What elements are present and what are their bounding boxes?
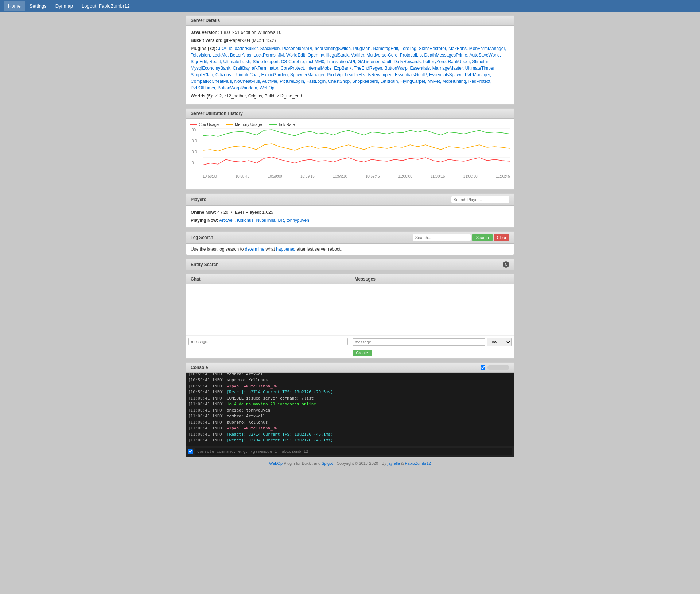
legend-cpu-color bbox=[190, 124, 197, 125]
ever-played-label: Ever Played: bbox=[235, 210, 261, 215]
chat-input-area bbox=[186, 335, 350, 347]
log-search-body: Use the latest log search to determine w… bbox=[186, 244, 514, 255]
console-toggle[interactable] bbox=[487, 365, 509, 370]
legend-tick-color bbox=[269, 124, 277, 125]
chart-svg bbox=[203, 128, 510, 172]
players-header: Players bbox=[186, 194, 514, 206]
search-player-input[interactable] bbox=[451, 196, 509, 203]
players-title: Players bbox=[191, 197, 206, 202]
messages-title: Messages bbox=[355, 277, 376, 282]
utilization-title: Server Utilization History bbox=[191, 111, 243, 116]
legend-cpu-label: Cpu Usage bbox=[199, 122, 219, 127]
x-label-6: 11:00:00 bbox=[398, 174, 412, 178]
entity-refresh-button[interactable]: ↻ bbox=[503, 261, 509, 268]
y-label-2: 0.0 bbox=[192, 139, 197, 143]
players-info: Online Now: 4 / 20 • Ever Played: 1,625 … bbox=[186, 206, 514, 227]
nav-settings[interactable]: Settings bbox=[25, 1, 51, 11]
log-search-panel: Log Search Search Clear Use the latest l… bbox=[186, 231, 514, 255]
chat-content bbox=[186, 284, 350, 335]
server-details-header: Server Details bbox=[186, 16, 514, 26]
plugins-label: Plugins (72): bbox=[191, 46, 217, 51]
server-details-title: Server Details bbox=[191, 18, 220, 23]
worlds-label: Worlds (5): bbox=[191, 93, 213, 99]
messages-input-area: Low Medium High bbox=[350, 335, 514, 348]
footer-spigot-link[interactable]: Spigot bbox=[322, 461, 333, 466]
navbar: Home Settings Dynmap Logout, FabioZumbr1… bbox=[0, 0, 700, 12]
messages-body bbox=[350, 284, 514, 335]
entity-search-panel: Entity Search ↻ bbox=[186, 259, 514, 270]
create-button[interactable]: Create bbox=[353, 350, 372, 356]
messages-section: Messages Low Medium High Create bbox=[350, 274, 514, 358]
x-label-3: 10:59:15 bbox=[300, 174, 315, 178]
console-input[interactable] bbox=[195, 448, 512, 455]
log-search-input[interactable] bbox=[413, 234, 471, 241]
java-version-label: Java Version: bbox=[191, 30, 219, 35]
chart-x-labels: 10:58:30 10:58:45 10:59:00 10:59:15 10:5… bbox=[203, 174, 510, 178]
console-panel: Console [10:58:41 INFO] Ha 4 de no maxim… bbox=[186, 362, 514, 458]
legend-tick-label: Tick Rate bbox=[278, 122, 295, 127]
y-label-top: 00 bbox=[192, 128, 196, 132]
happened-link[interactable]: happened bbox=[276, 247, 295, 252]
console-checkbox[interactable] bbox=[481, 365, 485, 370]
plugins-value: JDALibLoaderBukkit, StackMob, Placeholde… bbox=[191, 46, 506, 90]
priority-select[interactable]: Low Medium High bbox=[487, 338, 512, 346]
plugins-line: Plugins (72): JDALibLoaderBukkit, StackM… bbox=[191, 45, 509, 91]
x-label-8: 11:00:30 bbox=[463, 174, 478, 178]
x-label-4: 10:59:30 bbox=[333, 174, 347, 178]
entity-search-header: Entity Search ↻ bbox=[186, 259, 514, 270]
online-now-label: Online Now: bbox=[191, 210, 216, 215]
bukkit-version-line: Bukkit Version: git-Paper-304 (MC: 1.15.… bbox=[191, 37, 509, 44]
max-count: 20 bbox=[223, 210, 228, 215]
messages-header: Messages bbox=[350, 274, 514, 284]
bukkit-version-label: Bukkit Version: bbox=[191, 38, 222, 43]
footer-text2: Plugin for Bukkit and bbox=[284, 461, 322, 466]
log-clear-button[interactable]: Clear bbox=[494, 234, 509, 241]
footer-text4: - Copyright © 2013-2020 - By bbox=[334, 461, 387, 466]
chat-section: Chat bbox=[186, 274, 350, 358]
chat-input[interactable] bbox=[188, 338, 348, 345]
chart-area-wrapper: 00 0.0 0.0 0 bbox=[203, 128, 510, 173]
messages-input[interactable] bbox=[353, 338, 486, 346]
log-search-header: Log Search Search Clear bbox=[186, 232, 514, 244]
x-label-0: 10:58:30 bbox=[203, 174, 217, 178]
chart-container: Cpu Usage Memory Usage Tick Rate 00 0.0 … bbox=[186, 119, 514, 189]
chat-header: Chat bbox=[186, 274, 350, 284]
entity-search-title: Entity Search bbox=[191, 262, 219, 267]
players-panel: Players Online Now: 4 / 20 • Ever Played… bbox=[186, 193, 514, 228]
bukkit-version-value: git-Paper-304 (MC: 1.15.2) bbox=[224, 38, 276, 43]
chat-messages-container: Chat Messages Low Medium High Create bbox=[186, 274, 514, 359]
console-run-checkbox[interactable] bbox=[188, 449, 193, 454]
chart-wrapper: 00 0.0 0.0 0 bbox=[190, 128, 510, 186]
log-search-controls: Search Clear bbox=[413, 234, 509, 241]
log-search-info: Use the latest log search to determine w… bbox=[191, 247, 342, 252]
console-title: Console bbox=[191, 365, 208, 370]
legend-cpu: Cpu Usage bbox=[190, 122, 219, 127]
playing-now-label: Playing Now: bbox=[191, 218, 218, 223]
nav-logout[interactable]: Logout, FabioZumbr12 bbox=[77, 1, 134, 11]
playing-now-players: Artxwell, Kollonus, Nutellinha_BR, tonny… bbox=[219, 218, 309, 223]
playing-now-line: Playing Now: Artxwell, Kollonus, Nutelli… bbox=[191, 217, 509, 225]
server-details-body: Java Version: 1.8.0_251 64bit on Windows… bbox=[186, 26, 514, 104]
determine-link[interactable]: determine bbox=[245, 247, 264, 252]
y-label-bottom: 0 bbox=[192, 161, 194, 165]
footer-fabiozumbr-link[interactable]: FabioZumbr12 bbox=[405, 461, 431, 466]
java-version-line: Java Version: 1.8.0_251 64bit on Windows… bbox=[191, 29, 509, 36]
online-line: Online Now: 4 / 20 • Ever Played: 1,625 bbox=[191, 209, 509, 217]
console-controls bbox=[481, 365, 509, 370]
footer-webop-link[interactable]: WebOp bbox=[269, 461, 283, 466]
ever-played-count: 1,625 bbox=[262, 210, 273, 215]
chat-title: Chat bbox=[191, 277, 201, 282]
footer-jayfella-link[interactable]: jayfella bbox=[388, 461, 400, 466]
chart-legend: Cpu Usage Memory Usage Tick Rate bbox=[190, 122, 510, 127]
log-search-button[interactable]: Search bbox=[472, 234, 493, 241]
y-label-3: 0.0 bbox=[192, 150, 197, 154]
nav-home[interactable]: Home bbox=[4, 1, 25, 11]
worlds-line: Worlds (5): z12, z12_nether, Origins, Bu… bbox=[191, 93, 509, 99]
worlds-value: z12, z12_nether, Origins, Build, z12_the… bbox=[215, 93, 302, 99]
x-label-7: 11:00:15 bbox=[431, 174, 445, 178]
online-count: 4 bbox=[217, 210, 220, 215]
nav-dynmap[interactable]: Dynmap bbox=[51, 1, 77, 11]
java-version-value: 1.8.0_251 64bit on Windows 10 bbox=[220, 30, 281, 35]
log-search-title: Log Search bbox=[191, 235, 213, 240]
console-header: Console bbox=[186, 363, 514, 373]
